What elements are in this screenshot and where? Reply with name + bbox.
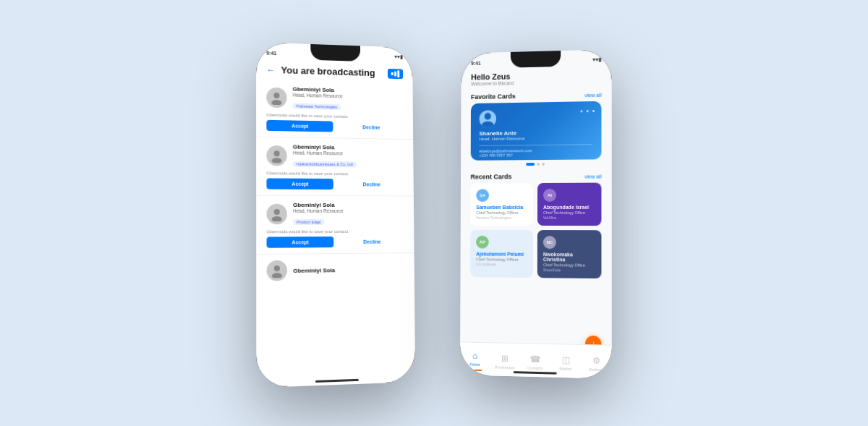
contact-info-2: Gbeminiyi Sola Head, Human Resource trip… bbox=[293, 143, 404, 169]
contact-role-3: Head, Human Resource bbox=[293, 208, 404, 213]
recent-card-2[interactable]: AI Abogundade Israel Chief Technology Of… bbox=[537, 182, 602, 226]
businesses-icon: ⊞ bbox=[501, 353, 509, 363]
accept-button-2[interactable]: Accept bbox=[266, 178, 333, 189]
fav-avatar bbox=[480, 110, 497, 127]
nav-contacts[interactable]: ☎ Contacts bbox=[520, 350, 550, 370]
contact-role-2: Head, Human Resource bbox=[293, 150, 404, 156]
nav-settings[interactable]: ⚙ Settings bbox=[581, 352, 612, 371]
recent-name-4: Nwokomaka Christina bbox=[543, 252, 595, 263]
recent-name-3: Ajekutamoni Pelumi bbox=[476, 251, 527, 256]
save-msg-1: Gbemisola would like to save your contac… bbox=[266, 112, 403, 119]
svg-point-6 bbox=[272, 158, 282, 163]
notch-right bbox=[511, 51, 561, 68]
fav-card-dots: • • • bbox=[580, 107, 595, 115]
action-row-2: Accept Decline bbox=[266, 178, 404, 189]
nav-home[interactable]: ⌂ Home bbox=[460, 346, 490, 370]
svg-rect-2 bbox=[397, 69, 399, 77]
save-msg-3: Gbemisola would like to save your contac… bbox=[267, 229, 404, 234]
recent-avatar-3: AP bbox=[476, 235, 489, 248]
recent-card-4[interactable]: NC Nwokomaka Christina Chief Technology … bbox=[537, 230, 602, 278]
recent-role-3: Chief Technology Officer bbox=[476, 257, 527, 262]
recent-section-title: Recent Cards bbox=[471, 173, 512, 180]
decline-button-3[interactable]: Decline bbox=[339, 236, 404, 247]
scene: 9:41 ▾▾▮ ← You are broadcasting bbox=[0, 0, 868, 426]
fav-phone: +234 456 0907 567 bbox=[479, 152, 592, 157]
recent-avatar-1: SA bbox=[476, 189, 489, 202]
dot-2 bbox=[537, 163, 540, 166]
recent-role-2: Chief Technology Office bbox=[543, 210, 595, 214]
recent-company-3: UGDAModel bbox=[476, 262, 527, 267]
contacts-icon: ☎ bbox=[529, 354, 540, 364]
svg-point-12 bbox=[482, 121, 493, 127]
nav-settings-label: Settings bbox=[589, 367, 603, 372]
nav-market-label: Market bbox=[559, 366, 571, 371]
recent-view-all[interactable]: view all bbox=[584, 173, 601, 178]
settings-icon: ⚙ bbox=[592, 354, 600, 365]
dot-1 bbox=[526, 163, 535, 166]
svg-point-8 bbox=[272, 216, 282, 221]
right-screen: 9:41 ▾▾▮ Hello Zeus Welcome to Bkcard Fa… bbox=[460, 49, 612, 378]
recent-cards-grid: SA Samueben Babsicia Chief Technology Of… bbox=[460, 182, 611, 278]
nav-market[interactable]: ◫ Market bbox=[550, 351, 581, 370]
svg-point-11 bbox=[485, 113, 491, 120]
svg-point-7 bbox=[274, 208, 280, 214]
action-row-1: Accept Decline bbox=[266, 119, 403, 132]
nav-underline bbox=[468, 369, 482, 370]
favorite-card: • • • Shanelle Ante Head, Human Resource… bbox=[471, 101, 602, 160]
recent-company-2: VidAflos bbox=[543, 216, 595, 220]
favorite-section-title: Favorite Cards bbox=[471, 93, 516, 101]
recent-section-header: Recent Cards view all bbox=[461, 168, 612, 183]
contact-card-1: Gbeminiyi Sola Head, Human Resource Palm… bbox=[256, 79, 413, 140]
nav-businesses-label: Businesses bbox=[495, 364, 515, 369]
action-row-3: Accept Decline bbox=[267, 236, 405, 247]
nav-businesses[interactable]: ⊞ Businesses bbox=[490, 349, 520, 369]
svg-point-4 bbox=[271, 99, 281, 104]
contact-card-3: Gbeminiyi Sola Head, Human Resource Prod… bbox=[256, 195, 414, 254]
recent-company-1: Nerneva Technologies bbox=[476, 215, 527, 219]
avatar-4 bbox=[267, 260, 288, 281]
recent-role-4: Chief Technology Office bbox=[543, 263, 595, 268]
recent-card-3[interactable]: AP Ajekutamoni Pelumi Chief Technology O… bbox=[470, 229, 533, 277]
status-icons-left: ▾▾▮ bbox=[394, 54, 403, 59]
svg-point-9 bbox=[274, 265, 280, 271]
svg-rect-0 bbox=[391, 72, 393, 74]
recent-name-1: Samueben Babsicia bbox=[476, 205, 527, 210]
contact-card-4-partial: Gbeminiyi Sola bbox=[256, 253, 414, 287]
market-icon: ◫ bbox=[561, 354, 569, 365]
left-screen: 9:41 ▾▾▮ ← You are broadcasting bbox=[256, 42, 415, 388]
favorite-view-all[interactable]: view all bbox=[584, 92, 601, 97]
svg-point-3 bbox=[273, 92, 279, 98]
notch-left bbox=[310, 43, 360, 61]
decline-button-2[interactable]: Decline bbox=[339, 179, 404, 189]
avatar-1 bbox=[266, 87, 286, 108]
contact-info-3: Gbeminiyi Sola Head, Human Resource Prod… bbox=[293, 201, 404, 226]
recent-name-2: Abogundade Israel bbox=[543, 204, 595, 209]
left-phone: 9:41 ▾▾▮ ← You are broadcasting bbox=[256, 42, 415, 388]
recent-role-1: Chief Technology Officer bbox=[476, 210, 527, 215]
avatar-3 bbox=[266, 203, 286, 223]
svg-rect-1 bbox=[394, 71, 396, 76]
svg-point-5 bbox=[274, 150, 280, 156]
back-button[interactable]: ← bbox=[266, 64, 275, 74]
company-tag-1: Palmview Technologies bbox=[293, 103, 341, 109]
status-icons-right: ▾▾▮ bbox=[592, 56, 601, 62]
company-tag-2: tripleactionbusinesses & Co. Ltd bbox=[293, 161, 357, 167]
accept-button-3[interactable]: Accept bbox=[267, 237, 334, 248]
contact-info-4: Gbeminiyi Sola bbox=[293, 265, 404, 273]
contact-name-3: Gbeminiyi Sola bbox=[293, 201, 404, 208]
recent-avatar-4: NC bbox=[543, 236, 556, 249]
recent-card-1[interactable]: SA Samueben Babsicia Chief Technology Of… bbox=[470, 183, 533, 226]
decline-button-1[interactable]: Decline bbox=[339, 121, 403, 132]
home-indicator-left bbox=[315, 378, 359, 382]
accept-button-1[interactable]: Accept bbox=[266, 119, 333, 132]
company-tag-3: Product Edge bbox=[293, 219, 324, 225]
contact-info-1: Gbeminiyi Sola Head, Human Resource Palm… bbox=[293, 85, 404, 112]
time-right: 9:41 bbox=[471, 60, 481, 65]
time-left: 9:41 bbox=[266, 50, 276, 55]
dot-3 bbox=[542, 162, 545, 165]
fav-divider bbox=[479, 144, 592, 146]
contact-name-4: Gbeminiyi Sola bbox=[293, 265, 404, 273]
svg-point-10 bbox=[272, 273, 282, 278]
nav-home-label: Home bbox=[469, 362, 480, 366]
save-msg-2: Gbemisola would like to save your contac… bbox=[266, 171, 404, 176]
